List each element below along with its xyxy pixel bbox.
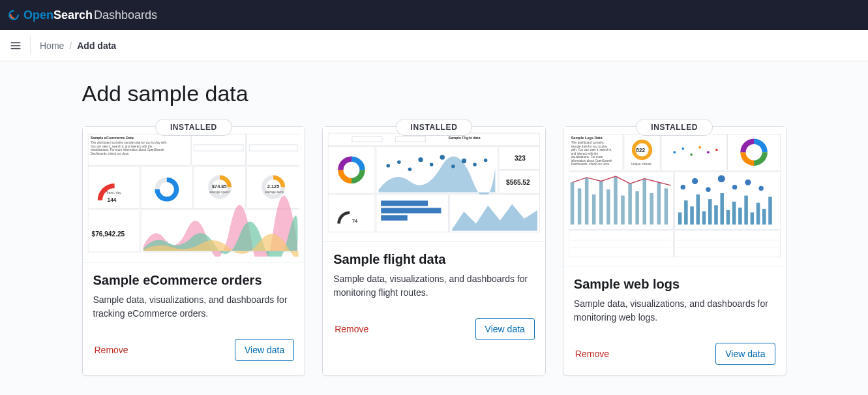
view-data-button[interactable]: View data bbox=[235, 339, 294, 361]
card-flight: INSTALLED Sample Flight data bbox=[322, 126, 546, 376]
svg-text:information about OpenSearch: information about OpenSearch bbox=[571, 159, 612, 163]
svg-text:2.125: 2.125 bbox=[267, 183, 278, 189]
breadcrumb-separator: / bbox=[69, 40, 72, 51]
svg-text:This dashboard contains: This dashboard contains bbox=[571, 141, 605, 144]
svg-point-36 bbox=[419, 157, 423, 162]
hamburger-icon bbox=[10, 40, 22, 52]
svg-rect-78 bbox=[678, 212, 682, 224]
svg-rect-83 bbox=[708, 199, 712, 225]
breadcrumb-home[interactable]: Home bbox=[40, 40, 64, 51]
svg-rect-87 bbox=[732, 202, 736, 225]
separator bbox=[30, 37, 31, 55]
svg-point-68 bbox=[673, 151, 676, 153]
remove-button[interactable]: Remove bbox=[333, 320, 370, 338]
svg-point-98 bbox=[732, 185, 737, 189]
status-badge: INSTALLED bbox=[636, 119, 713, 136]
svg-point-38 bbox=[440, 155, 445, 159]
svg-rect-51 bbox=[381, 208, 441, 213]
svg-rect-47 bbox=[328, 195, 375, 232]
card-title: Sample eCommerce orders bbox=[93, 273, 295, 288]
card-description: Sample data, visualizations, and dashboa… bbox=[574, 297, 775, 324]
card-thumbnail: Sample eCommerce Data This dashboard con… bbox=[83, 127, 305, 262]
svg-text:822: 822 bbox=[636, 147, 645, 153]
svg-point-40 bbox=[462, 159, 466, 163]
svg-point-73 bbox=[715, 149, 718, 151]
svg-text:74: 74 bbox=[352, 218, 358, 224]
page-title: Add sample data bbox=[82, 81, 786, 106]
svg-rect-67 bbox=[661, 134, 726, 170]
nav-toggle-button[interactable] bbox=[8, 38, 23, 54]
svg-point-71 bbox=[698, 146, 701, 149]
svg-text:Sample eCommerce Data: Sample eCommerce Data bbox=[90, 136, 134, 140]
svg-text:$74.85: $74.85 bbox=[212, 183, 227, 189]
svg-point-99 bbox=[745, 180, 751, 185]
svg-text:Unique Visitors: Unique Visitors bbox=[631, 163, 652, 166]
svg-text:visualizations. For more infor: visualizations. For more information abo… bbox=[90, 148, 164, 151]
view-data-button[interactable]: View data bbox=[475, 318, 535, 340]
svg-rect-80 bbox=[690, 206, 694, 225]
breadcrumb-current: Add data bbox=[77, 40, 116, 51]
svg-rect-79 bbox=[684, 200, 688, 225]
svg-text:with. You can view it, search : with. You can view it, search it, bbox=[571, 148, 612, 151]
sample-cards: INSTALLED Sample eCommerce Data This das… bbox=[82, 126, 786, 376]
card-title: Sample web logs bbox=[574, 277, 775, 292]
svg-point-33 bbox=[387, 164, 391, 168]
svg-text:Sample Flight data: Sample Flight data bbox=[449, 136, 481, 140]
view-data-button[interactable]: View data bbox=[715, 343, 775, 365]
card-weblogs: INSTALLED Sample Logs Data This dashboar… bbox=[563, 126, 786, 376]
svg-rect-84 bbox=[714, 205, 718, 225]
svg-point-72 bbox=[707, 151, 710, 153]
svg-point-100 bbox=[758, 186, 763, 191]
svg-rect-81 bbox=[696, 195, 700, 225]
svg-text:$565.52: $565.52 bbox=[506, 179, 530, 186]
svg-text:and interact with the: and interact with the bbox=[571, 152, 599, 155]
status-badge: INSTALLED bbox=[396, 119, 473, 136]
svg-rect-50 bbox=[381, 200, 428, 206]
svg-text:Sample Logs Data: Sample Logs Data bbox=[571, 136, 603, 140]
svg-point-35 bbox=[408, 168, 412, 172]
svg-point-41 bbox=[473, 163, 477, 166]
status-badge: INSTALLED bbox=[155, 119, 232, 136]
logo-text: OpenSearchDashboards bbox=[23, 8, 157, 22]
page-content: Add sample data INSTALLED Sample eCommer… bbox=[0, 61, 868, 395]
card-description: Sample data, visualizations, and dashboa… bbox=[93, 293, 295, 321]
svg-text:average spend: average spend bbox=[209, 191, 230, 194]
svg-text:average items: average items bbox=[265, 191, 284, 194]
svg-point-34 bbox=[397, 161, 401, 165]
svg-rect-30 bbox=[328, 146, 375, 193]
svg-rect-85 bbox=[720, 193, 724, 225]
card-thumbnail: Sample Flight data bbox=[323, 127, 545, 242]
svg-rect-86 bbox=[726, 210, 730, 225]
svg-rect-82 bbox=[702, 212, 706, 225]
svg-rect-92 bbox=[762, 209, 766, 225]
svg-point-37 bbox=[430, 163, 434, 166]
svg-point-94 bbox=[680, 185, 685, 189]
svg-point-97 bbox=[718, 175, 725, 182]
card-title: Sample flight data bbox=[333, 252, 535, 267]
svg-rect-104 bbox=[674, 230, 780, 257]
breadcrumb-bar: Home / Add data bbox=[0, 30, 868, 61]
svg-text:Dashboards, check our docs.: Dashboards, check our docs. bbox=[90, 152, 129, 155]
svg-text:visualizations. For more: visualizations. For more bbox=[571, 155, 603, 159]
card-ecommerce: INSTALLED Sample eCommerce Data This das… bbox=[82, 126, 306, 376]
svg-text:Trans / day: Trans / day bbox=[106, 192, 121, 195]
svg-text:144: 144 bbox=[107, 197, 116, 203]
svg-point-42 bbox=[484, 159, 488, 163]
svg-rect-89 bbox=[744, 196, 748, 225]
svg-rect-90 bbox=[750, 212, 754, 224]
svg-text:Dashboards, check our docs.: Dashboards, check our docs. bbox=[571, 163, 610, 166]
svg-point-70 bbox=[690, 153, 693, 156]
remove-button[interactable]: Remove bbox=[574, 345, 610, 363]
svg-text:You can view it, search it, an: You can view it, search it, and interact… bbox=[90, 145, 152, 148]
app-header: OpenSearchDashboards bbox=[0, 0, 868, 30]
svg-text:$76,942.25: $76,942.25 bbox=[91, 230, 125, 238]
logo-mark-icon bbox=[8, 9, 20, 21]
svg-rect-52 bbox=[381, 215, 408, 220]
svg-rect-13 bbox=[141, 166, 192, 209]
svg-rect-91 bbox=[756, 203, 760, 225]
svg-point-96 bbox=[706, 187, 710, 192]
remove-button[interactable]: Remove bbox=[93, 341, 130, 359]
card-thumbnail: Sample Logs Data This dashboard contains… bbox=[563, 127, 786, 266]
logo[interactable]: OpenSearchDashboards bbox=[8, 8, 157, 22]
svg-rect-8 bbox=[247, 134, 299, 165]
